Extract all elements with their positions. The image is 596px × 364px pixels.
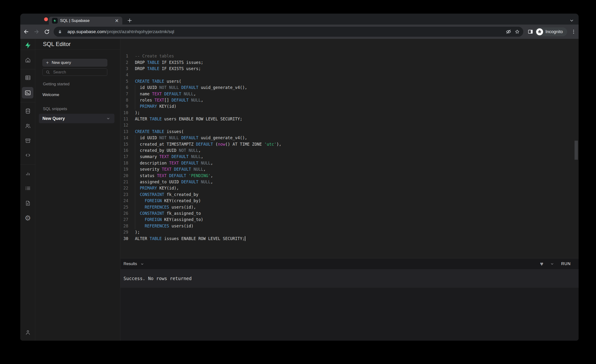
tab-close-icon[interactable]: ✕ — [114, 18, 120, 24]
code-token: NULL — [201, 179, 210, 184]
code-line[interactable]: 23 CONSTRAINT fk_created_by — [120, 191, 579, 198]
browser-menu-kebab-icon[interactable] — [570, 28, 578, 36]
favorite-heart-icon[interactable]: ♥ — [538, 258, 545, 269]
code-text: id UUID NOT NULL DEFAULT uuid_generate_v… — [135, 85, 247, 90]
new-query-button[interactable]: + New query — [42, 59, 107, 67]
code-line[interactable]: 1-- Create tables — [120, 53, 579, 59]
auth-users-icon[interactable] — [20, 121, 35, 131]
forward-button[interactable] — [32, 28, 41, 36]
sidebar-item-welcome[interactable]: Welcome — [39, 91, 114, 99]
code-token: DEFAULT — [181, 161, 199, 165]
line-number: 3 — [120, 66, 128, 71]
code-token — [189, 98, 191, 103]
code-line[interactable]: 3DROP TABLE IF EXISTS users; — [120, 66, 579, 72]
sidebar-item-new-query-snippet[interactable]: New Query — [39, 114, 114, 123]
code-line[interactable]: 26 CONSTRAINT fk_assigned_to — [120, 210, 579, 216]
code-text: ); — [135, 230, 140, 235]
code-line[interactable]: 21 assigned_to UUID DEFAULT NULL, — [120, 179, 579, 185]
docs-icon[interactable] — [20, 198, 35, 208]
run-button[interactable]: RUN — [560, 258, 572, 269]
code-line[interactable]: 14 id UUID NOT NULL DEFAULT uuid_generat… — [120, 135, 579, 141]
code-line[interactable]: 30ALTER TABLE issues ENABLE ROW LEVEL SE… — [120, 235, 579, 241]
code-token: id UUID — [135, 135, 159, 140]
account-icon[interactable] — [20, 328, 35, 337]
code-line[interactable]: 19 severity TEXT DEFAULT NULL, — [120, 166, 579, 172]
code-line[interactable]: 10); — [120, 110, 579, 116]
editor-scrollbar[interactable] — [574, 141, 578, 160]
code-line[interactable]: 2DROP TABLE IF EXISTS issues; — [120, 59, 579, 65]
database-icon[interactable] — [20, 106, 35, 116]
table-editor-icon[interactable] — [20, 73, 35, 82]
sql-code-editor[interactable]: 1-- Create tables2DROP TABLE IF EXISTS i… — [120, 39, 579, 258]
code-token — [172, 167, 174, 172]
edge-functions-icon[interactable] — [20, 150, 35, 160]
side-panel-icon[interactable] — [526, 27, 535, 36]
browser-toolbar: app.supabase.com/project/azahtnhqohyjerz… — [20, 25, 579, 39]
incognito-badge[interactable]: Incognito — [535, 27, 567, 36]
storage-icon[interactable] — [20, 136, 35, 145]
code-text: -- Create tables — [135, 54, 174, 58]
code-line[interactable]: 29); — [120, 229, 579, 235]
code-token: DROP — [135, 66, 147, 71]
line-number: 17 — [120, 154, 128, 159]
code-line[interactable]: 22 PRIMARY KEY(id), — [120, 185, 579, 191]
line-number: 25 — [120, 205, 128, 209]
line-number: 30 — [120, 236, 128, 241]
code-token: users( — [164, 79, 181, 84]
code-token: DEFAULT — [169, 173, 186, 178]
code-token: NULL — [194, 167, 203, 172]
reload-button[interactable] — [43, 28, 51, 36]
code-line[interactable]: 9 PRIMARY KEY(id) — [120, 103, 579, 109]
line-number: 16 — [120, 148, 128, 153]
code-line[interactable]: 27 FOREIGN KEY(assigned_to) — [120, 216, 579, 223]
code-line[interactable]: 5CREATE TABLE users( — [120, 78, 579, 84]
code-line[interactable]: 13CREATE TABLE issues( — [120, 128, 579, 135]
code-line[interactable]: 11ALTER TABLE users ENABLE ROW LEVEL SEC… — [120, 116, 579, 122]
code-token: users(id) — [169, 223, 193, 228]
code-token: KEY(id), — [157, 186, 179, 190]
bookmark-star-icon[interactable] — [513, 27, 522, 36]
privacy-eye-off-icon[interactable] — [504, 27, 513, 36]
search-input[interactable]: Search — [42, 68, 107, 76]
browser-tab[interactable]: SQL | Supabase ✕ — [49, 17, 122, 25]
run-options-chevron-icon[interactable] — [549, 258, 556, 269]
code-line[interactable]: 20 status TEXT DEFAULT 'PENDING', — [120, 172, 579, 178]
line-number: 9 — [120, 104, 128, 109]
new-query-label: New query — [52, 60, 71, 65]
code-line[interactable]: 28 REFERENCES users(id) — [120, 223, 579, 229]
code-token: DEFAULT — [172, 154, 189, 159]
close-window-button[interactable] — [44, 17, 48, 21]
code-token — [135, 223, 145, 228]
back-button[interactable] — [22, 28, 30, 36]
code-text: DROP TABLE IF EXISTS users; — [135, 66, 201, 71]
code-line[interactable]: 12 — [120, 122, 579, 128]
sql-editor-icon[interactable] — [22, 87, 33, 98]
code-line[interactable]: 17 summary TEXT DEFAULT NULL, — [120, 154, 579, 160]
home-icon[interactable] — [20, 55, 35, 65]
reports-icon[interactable] — [20, 169, 35, 178]
code-line[interactable]: 7 name TEXT DEFAULT NULL, — [120, 91, 579, 97]
code-line[interactable]: 24 FOREIGN KEY(created_by) — [120, 198, 579, 204]
code-line[interactable]: 6 id UUID NOT NULL DEFAULT uuid_generate… — [120, 84, 579, 91]
code-token: name — [135, 91, 152, 96]
code-text: REFERENCES users(id), — [135, 205, 196, 209]
code-line[interactable]: 8 roles TEXT[] DEFAULT NULL, — [120, 97, 579, 103]
code-text: FOREIGN KEY(created_by) — [135, 198, 201, 203]
code-line[interactable]: 25 REFERENCES users(id), — [120, 204, 579, 210]
plus-icon: + — [46, 60, 49, 66]
logs-icon[interactable] — [20, 184, 35, 193]
line-number: 23 — [120, 192, 128, 197]
url-path: /project/azahtnhqohyjerzaxtmk/sql — [106, 29, 174, 34]
code-token — [191, 167, 193, 172]
code-token: NULL — [191, 154, 201, 159]
code-line[interactable]: 18 description TEXT DEFAULT NULL, — [120, 160, 579, 166]
new-tab-button[interactable] — [126, 16, 134, 25]
results-dropdown[interactable]: Results — [124, 258, 144, 269]
supabase-logo-icon[interactable] — [20, 41, 35, 50]
tab-search-chevron-icon[interactable] — [567, 16, 576, 25]
code-line[interactable]: 15 created_at TIMESTAMPTZ DEFAULT (now()… — [120, 141, 579, 147]
settings-gear-icon[interactable]: ⚙ — [20, 213, 35, 223]
url-bar[interactable]: app.supabase.com/project/azahtnhqohyjerz… — [54, 27, 523, 37]
code-line[interactable]: 4 — [120, 72, 579, 78]
code-line[interactable]: 16 created_by UUID NOT NULL, — [120, 147, 579, 154]
